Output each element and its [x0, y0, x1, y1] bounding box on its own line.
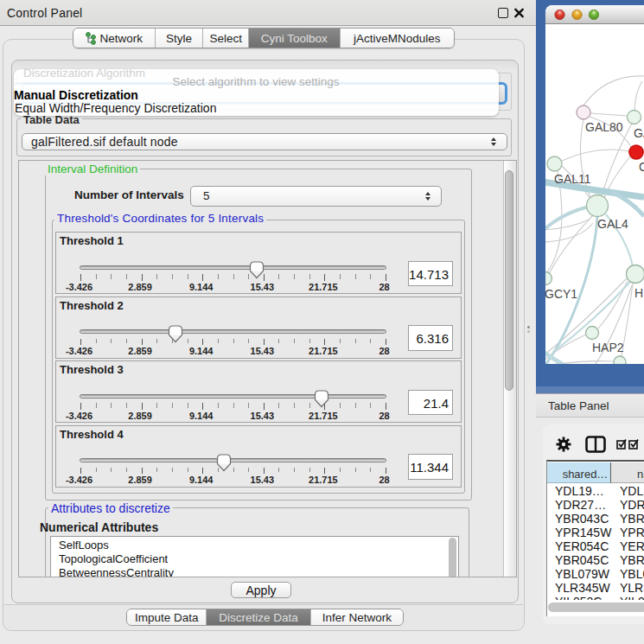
svg-text:HAP2: HAP2 — [592, 341, 624, 354]
svg-text:C: C — [639, 160, 644, 174]
svg-text:GAL80: GAL80 — [585, 120, 623, 134]
svg-text:GA: GA — [634, 126, 644, 140]
svg-text:GAL11: GAL11 — [554, 172, 591, 186]
svg-text:GAL4: GAL4 — [597, 217, 628, 231]
svg-text:H: H — [634, 286, 643, 300]
svg-text:GCY1: GCY1 — [545, 287, 577, 301]
